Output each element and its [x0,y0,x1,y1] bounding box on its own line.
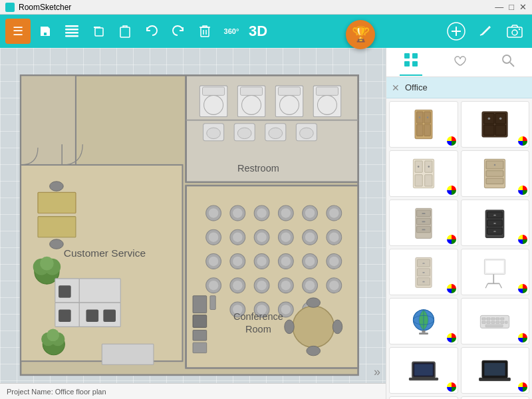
color-badge-5 [447,235,456,244]
svg-point-117 [40,257,54,271]
furniture-item-10[interactable] [461,298,530,344]
svg-rect-137 [21,75,76,165]
furniture-item-11[interactable] [389,347,458,394]
svg-rect-149 [424,124,431,136]
svg-rect-203 [419,332,428,334]
furniture-item-8[interactable] [461,249,530,295]
svg-rect-219 [409,378,438,380]
svg-point-92 [233,281,243,291]
window-controls[interactable]: — □ ✕ [495,2,527,12]
furniture-item-7[interactable] [389,249,458,295]
svg-point-104 [285,320,295,334]
svg-rect-177 [422,229,425,231]
svg-point-87 [257,257,267,267]
app-icon [5,3,15,12]
furniture-item-14[interactable] [461,396,530,399]
furniture-item-5[interactable] [389,200,458,246]
close-button[interactable]: ✕ [519,2,527,12]
svg-rect-155 [484,125,495,136]
svg-rect-139 [404,53,410,59]
svg-rect-208 [496,318,499,320]
panel-category-label: Office [405,82,428,92]
svg-rect-24 [203,87,225,95]
bottom-bar: Project Name: Office floor plan [0,383,386,399]
svg-point-170 [494,164,496,166]
copy-button[interactable] [86,19,110,43]
svg-rect-214 [501,321,504,323]
svg-line-196 [485,283,487,288]
color-badge-10 [518,333,527,342]
redo-button[interactable] [166,19,190,43]
menu-button[interactable]: ☰ [5,19,31,44]
svg-point-84 [329,232,339,242]
undo-button[interactable] [140,19,164,43]
furniture-item-4[interactable] [461,150,530,197]
svg-rect-176 [422,221,425,222]
svg-text:Customer Service: Customer Service [64,247,146,259]
furniture-item-12[interactable] [461,347,530,394]
svg-point-14 [512,30,517,35]
svg-rect-202 [422,331,425,332]
svg-point-78 [329,208,339,218]
svg-rect-207 [491,318,495,320]
paste-button[interactable] [113,19,137,43]
svg-rect-211 [487,321,490,323]
furniture-item-1[interactable] [389,101,458,148]
svg-line-144 [510,63,514,66]
color-badge-8 [518,284,527,293]
maximize-button[interactable]: □ [509,2,514,12]
panel-close-button[interactable]: ✕ [392,82,400,93]
next-arrow[interactable]: » [374,365,380,379]
svg-rect-6 [120,27,130,37]
color-badge-11 [447,382,456,392]
svg-point-89 [305,257,315,267]
pencil-button[interactable] [473,19,497,43]
color-badge-1 [447,136,456,146]
svg-rect-216 [485,325,503,327]
furniture-item-6[interactable] [461,200,530,246]
svg-point-94 [281,281,291,291]
delete-button[interactable] [193,19,217,43]
tab-favorites[interactable] [448,49,471,75]
camera-button[interactable] [503,19,527,43]
svg-rect-133 [193,315,207,328]
trophy-badge[interactable]: 🏆 [346,20,375,49]
svg-rect-122 [79,279,120,303]
360-button[interactable]: 360° [219,19,243,43]
svg-rect-175 [422,213,425,214]
canvas-area[interactable]: Restroom [0,48,386,399]
svg-rect-205 [482,318,485,320]
svg-point-96 [329,281,339,291]
tab-search[interactable] [497,49,519,75]
save-button[interactable] [33,19,57,43]
svg-point-85 [209,257,219,267]
tab-grid[interactable] [400,49,422,76]
svg-rect-130 [102,344,154,364]
svg-point-165 [428,166,430,168]
duplicate-lines-button[interactable] [60,19,84,43]
color-badge-7 [447,284,456,293]
svg-rect-33 [316,87,338,95]
3d-button[interactable]: 3D [246,19,270,43]
panel-furniture-grid [386,98,532,399]
svg-rect-169 [486,178,503,184]
color-badge-6 [518,235,527,244]
furniture-item-3[interactable] [389,150,458,197]
svg-rect-212 [491,321,495,323]
svg-rect-215 [505,321,507,323]
toolbar: ☰ 360° 3D 🏆 [0,15,532,48]
svg-point-79 [209,232,219,242]
svg-point-75 [257,208,267,218]
svg-point-15 [519,29,520,30]
svg-rect-168 [486,171,503,177]
minimize-button[interactable]: — [495,2,503,12]
svg-point-80 [233,232,243,242]
furniture-item-9[interactable] [389,298,458,344]
svg-point-91 [209,281,219,291]
svg-rect-182 [494,215,496,216]
svg-point-37 [237,128,251,139]
furniture-item-13[interactable] [389,396,458,399]
color-badge-3 [447,186,456,195]
furniture-item-2[interactable] [461,101,530,148]
add-button[interactable] [444,19,468,43]
